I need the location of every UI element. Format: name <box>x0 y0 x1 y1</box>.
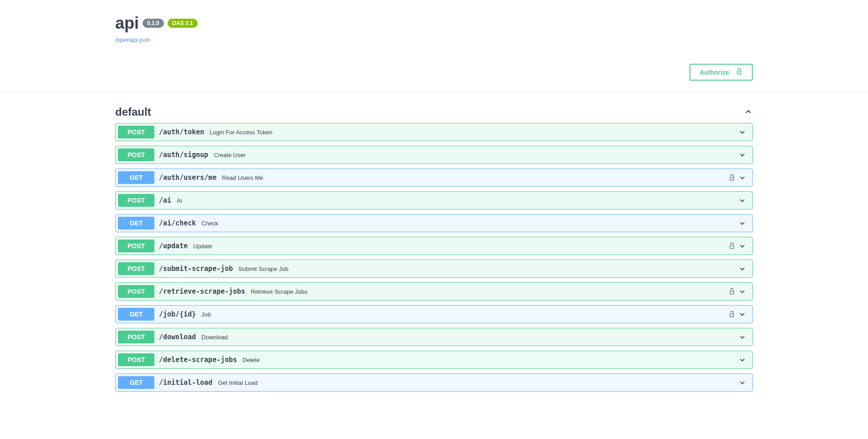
operation-actions <box>738 151 750 159</box>
operation-summary: Submit Scrape Job <box>239 265 289 272</box>
section-header[interactable]: default <box>115 106 753 123</box>
operation-summary: Retrieve Scrape Jobs <box>251 288 307 295</box>
version-badge: 0.1.0 <box>143 19 164 28</box>
operations-section: default POST/auth/tokenLogin For Access … <box>115 92 753 392</box>
operation-row[interactable]: POST/updateUpdate <box>115 237 753 255</box>
operation-path: /submit-scrape-job <box>159 265 233 273</box>
operation-summary: Read Users Me <box>222 174 263 181</box>
operation-actions <box>738 219 750 227</box>
operation-row[interactable]: POST/auth/tokenLogin For Access Token <box>115 123 753 141</box>
chevron-down-icon <box>738 378 746 387</box>
operation-summary: Update <box>193 243 212 250</box>
method-badge: POST <box>118 285 154 298</box>
chevron-down-icon <box>738 356 746 364</box>
operation-summary: Download <box>201 334 228 341</box>
operation-path: /job/{id} <box>159 310 196 318</box>
lock-icon[interactable] <box>728 288 735 295</box>
operation-row[interactable]: GET/job/{id}Job <box>115 305 753 323</box>
chevron-down-icon <box>738 174 746 182</box>
operation-row[interactable]: POST/auth/signupCreate User <box>115 146 753 164</box>
method-badge: GET <box>118 171 154 184</box>
operation-path: /ai <box>159 196 171 204</box>
method-badge: POST <box>118 262 154 275</box>
operation-row[interactable]: POST/retrieve-scrape-jobsRetrieve Scrape… <box>115 282 753 301</box>
chevron-up-icon <box>744 107 753 117</box>
chevron-down-icon <box>738 287 746 296</box>
lock-icon[interactable] <box>728 311 735 318</box>
auth-bar: Authorize <box>0 53 868 92</box>
operation-row[interactable]: POST/submit-scrape-jobSubmit Scrape Job <box>115 260 753 278</box>
operation-row[interactable]: POST/aiAi <box>115 191 753 209</box>
operation-actions <box>738 356 750 364</box>
method-badge: GET <box>118 376 154 389</box>
lock-open-icon <box>735 68 743 77</box>
operation-actions <box>738 265 750 273</box>
chevron-down-icon <box>738 219 746 227</box>
operation-path: /retrieve-scrape-jobs <box>159 287 245 296</box>
api-title: api <box>115 14 139 33</box>
operation-summary: Delete <box>243 357 260 363</box>
authorize-button[interactable]: Authorize <box>689 64 753 81</box>
operation-row[interactable]: GET/auth/users/meRead Users Me <box>115 168 753 187</box>
chevron-down-icon <box>738 310 746 318</box>
operation-row[interactable]: GET/ai/checkCheck <box>115 214 753 232</box>
operation-actions <box>728 242 750 250</box>
operation-actions <box>738 128 750 136</box>
section-title: default <box>115 106 151 118</box>
lock-icon[interactable] <box>728 242 735 250</box>
chevron-down-icon <box>738 333 746 341</box>
method-badge: POST <box>118 353 154 366</box>
operation-path: /update <box>159 242 188 250</box>
operation-path: /delete-scrape-jobs <box>159 356 237 364</box>
operation-actions <box>738 378 750 387</box>
method-badge: POST <box>118 148 154 161</box>
operation-path: /auth/signup <box>159 151 208 159</box>
method-badge: POST <box>118 240 154 252</box>
operation-summary: Create User <box>214 152 245 158</box>
api-header: api 0.1.0 OAS 3.1 /openapi.json <box>115 0 753 53</box>
operation-actions <box>728 174 750 182</box>
method-badge: POST <box>118 126 154 138</box>
operation-list: POST/auth/tokenLogin For Access TokenPOS… <box>115 123 753 392</box>
operation-path: /download <box>159 333 196 341</box>
operation-actions <box>728 287 750 296</box>
oas-badge: OAS 3.1 <box>168 19 198 28</box>
operation-summary: Ai <box>177 197 182 204</box>
operation-path: /initial-load <box>159 378 212 387</box>
operation-actions <box>738 333 750 341</box>
operation-summary: Job <box>201 311 211 318</box>
operation-path: /auth/token <box>159 128 204 136</box>
operation-path: /auth/users/me <box>159 174 216 182</box>
operation-actions <box>738 196 750 204</box>
method-badge: POST <box>118 194 154 207</box>
operation-path: /ai/check <box>159 219 196 227</box>
chevron-down-icon <box>738 128 746 136</box>
operation-summary: Check <box>201 220 218 227</box>
method-badge: GET <box>118 217 154 230</box>
operation-actions <box>728 310 750 318</box>
operation-row[interactable]: GET/initial-loadGet Initial Load <box>115 373 753 392</box>
openapi-spec-link[interactable]: /openapi.json <box>115 36 150 43</box>
chevron-down-icon <box>738 265 746 273</box>
chevron-down-icon <box>738 242 746 250</box>
authorize-button-label: Authorize <box>700 69 729 76</box>
method-badge: GET <box>118 308 154 321</box>
chevron-down-icon <box>738 196 746 204</box>
operation-row[interactable]: POST/delete-scrape-jobsDelete <box>115 351 753 369</box>
operation-summary: Login For Access Token <box>209 129 272 136</box>
lock-icon[interactable] <box>728 174 735 181</box>
method-badge: POST <box>118 331 154 343</box>
chevron-down-icon <box>738 151 746 159</box>
operation-row[interactable]: POST/downloadDownload <box>115 328 753 346</box>
operation-summary: Get Initial Load <box>218 379 257 386</box>
